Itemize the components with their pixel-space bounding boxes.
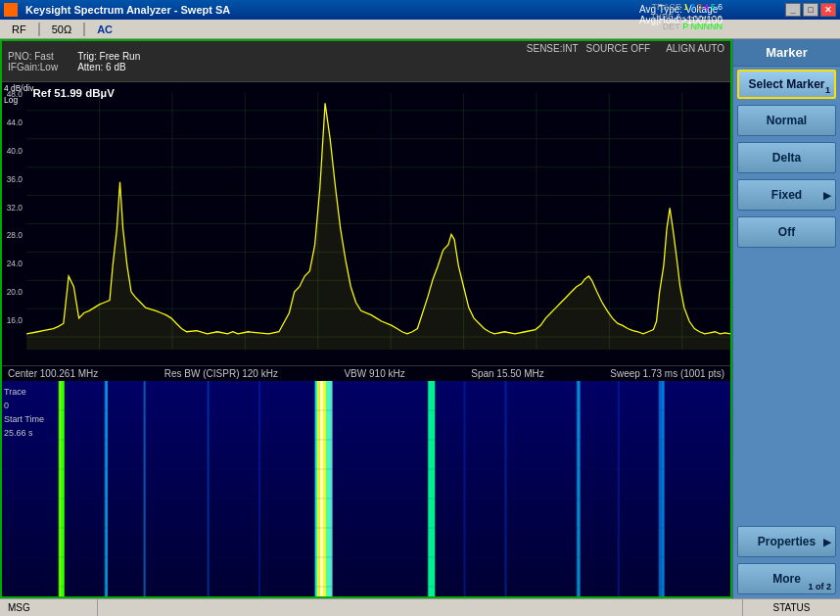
atten-label: Atten: 6 dB [77,62,140,72]
trace-3: 3 [697,2,702,12]
align-label: ALIGN AUTO [666,43,724,54]
fixed-arrow: ▶ [823,190,831,201]
menu-rf[interactable]: RF [4,22,34,37]
res-bw: Res BW (CISPR) 120 kHz [164,368,278,379]
app-icon [4,3,18,17]
svg-rect-32 [2,381,730,596]
right-panel: Marker Select Marker 1 Normal Delta Fixe… [732,39,840,598]
more-label: More [772,572,801,586]
off-label: Off [778,225,795,239]
properties-button[interactable]: Properties ▶ [737,526,836,557]
svg-text:32.0: 32.0 [7,203,23,213]
delta-label: Delta [772,151,801,165]
spectrum-area: 48.0 44.0 40.0 36.0 32.0 28.0 24.0 20.0 … [2,82,730,365]
type-row: TYPE A [650,12,723,22]
menu-separator-1 [38,23,40,36]
start-time-label: Start Time [4,412,44,426]
fixed-label: Fixed [771,188,802,202]
svg-text:Ref 51.99 dBµV: Ref 51.99 dBµV [32,86,115,99]
close-button[interactable]: ✕ [820,3,836,17]
trace-1: 1 [683,2,688,12]
spacer-right [733,251,840,523]
status-bar: MSG STATUS [0,598,840,616]
ifgain-label: IFGain:Low [8,62,58,72]
svg-rect-38 [144,381,146,596]
delta-button[interactable]: Delta [737,142,836,173]
trace-4: 4 [704,2,709,12]
trig-info: Trig: Free Run Atten: 6 dB [77,43,140,79]
svg-text:44.0: 44.0 [7,118,23,127]
trace-wf-val: 0 [4,399,44,412]
menu-separator-2 [83,23,85,36]
svg-text:Log: Log [4,95,18,105]
center-freq: Center 100.261 MHz [8,368,98,379]
select-marker-num: 1 [825,85,830,95]
select-marker-button[interactable]: Select Marker 1 [737,70,836,99]
trace-5: 5 [711,2,716,12]
svg-text:4 dB/div: 4 dB/div [4,82,34,92]
source-label: SOURCE OFF [586,43,651,54]
svg-text:40.0: 40.0 [7,146,23,156]
svg-text:16.0: 16.0 [7,315,23,325]
start-time-val: 25.66 s [4,426,44,440]
svg-text:20.0: 20.0 [7,287,23,297]
normal-label: Normal [767,114,807,127]
svg-rect-44 [330,381,332,596]
maximize-button[interactable]: □ [803,3,818,17]
fixed-button[interactable]: Fixed ▶ [737,179,836,211]
waterfall-svg [2,381,730,596]
sense-row: SENSE:INT SOURCE OFF ALIGN AUTO [527,43,724,54]
sense-label: SENSE:INT [527,43,579,54]
normal-button[interactable]: Normal [737,105,836,136]
vbw: VBW 910 kHz [344,368,404,379]
svg-rect-53 [208,381,210,596]
det-value: P NNNNN [682,22,723,31]
svg-text:24.0: 24.0 [7,259,23,268]
more-num: 1 of 2 [808,582,831,592]
select-marker-label: Select Marker [748,77,824,91]
trig-label: Trig: Free Run [77,51,140,62]
svg-rect-43 [326,381,330,596]
properties-label: Properties [758,535,816,548]
svg-text:36.0: 36.0 [7,174,23,184]
left-panel: PNO: Fast IFGain:Low Trig: Free Run Atte… [0,39,732,598]
menu-ac[interactable]: AC [89,22,120,37]
trace-2: 2 [690,2,695,12]
det-row: DET P NNNNN [650,22,723,31]
svg-rect-35 [61,381,64,596]
trace-row: TRACE 1 2 3 4 5 6 [650,2,723,12]
status-msg: MSG [0,599,98,616]
trace-box: TRACE 1 2 3 4 5 6 TYPE A DET P NNNNN [650,2,723,31]
svg-rect-56 [504,381,506,596]
waterfall-area: Trace 0 Start Time 25.66 s [2,381,730,596]
svg-rect-47 [431,381,435,596]
waterfall-labels: Trace 0 Start Time 25.66 s [4,385,44,440]
svg-rect-37 [106,381,108,596]
svg-rect-49 [578,381,581,596]
marker-header: Marker [733,39,840,67]
trace-wf-label: Trace [4,385,44,399]
properties-arrow: ▶ [823,537,831,547]
type-value: A [676,12,681,22]
sweep: Sweep 1.73 ms (1001 pts) [610,368,724,379]
off-button[interactable]: Off [737,216,836,248]
svg-text:28.0: 28.0 [7,230,23,240]
pno-label: PNO: Fast [8,51,58,62]
menu-50ohm[interactable]: 50Ω [44,22,79,37]
svg-rect-52 [662,381,665,596]
status-right: STATUS [742,599,840,616]
minimize-button[interactable]: _ [785,3,801,17]
window-controls[interactable]: _ □ ✕ [785,3,836,17]
main-layout: PNO: Fast IFGain:Low Trig: Free Run Atte… [0,39,840,598]
svg-rect-54 [258,381,260,596]
spectrum-svg: 48.0 44.0 40.0 36.0 32.0 28.0 24.0 20.0 … [2,82,730,365]
spectrum-footer: Center 100.261 MHz Res BW (CISPR) 120 kH… [2,365,730,381]
span: Span 15.50 MHz [471,368,544,379]
info-bar: PNO: Fast IFGain:Low Trig: Free Run Atte… [2,41,730,82]
svg-rect-55 [464,381,466,596]
pno-info: PNO: Fast IFGain:Low [8,43,58,79]
more-button[interactable]: More 1 of 2 [737,563,836,594]
trace-label: TRACE [651,2,681,12]
svg-rect-57 [618,381,620,596]
trace-6: 6 [718,2,723,12]
